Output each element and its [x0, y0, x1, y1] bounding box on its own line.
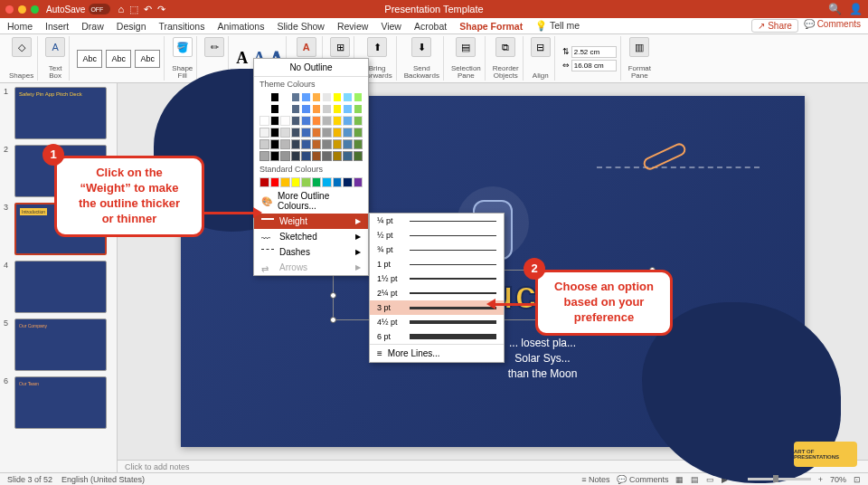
color-swatch[interactable]	[259, 92, 269, 102]
color-swatch[interactable]	[280, 151, 290, 161]
alt-text-icon[interactable]: ⊞	[330, 37, 350, 57]
language-indicator[interactable]: English (United States)	[61, 475, 145, 484]
color-swatch[interactable]	[343, 128, 353, 138]
comments-button[interactable]: 💬 Comments	[804, 19, 861, 33]
weight-option[interactable]: 3 pt	[370, 300, 504, 315]
color-swatch[interactable]	[259, 139, 269, 149]
color-swatch[interactable]	[333, 177, 343, 187]
color-swatch[interactable]	[333, 139, 343, 149]
color-swatch[interactable]	[343, 177, 353, 187]
color-swatch[interactable]	[259, 116, 269, 126]
tab-animations[interactable]: Animations	[217, 21, 264, 32]
color-swatch[interactable]	[312, 139, 322, 149]
tab-review[interactable]: Review	[337, 21, 368, 32]
slide-thumbnails[interactable]: 1Safety Pin App Pitch Deck 2 3Introducti…	[0, 83, 118, 472]
reorder-icon[interactable]: ⧉	[495, 37, 515, 57]
notes-toggle[interactable]: ≡ Notes	[581, 475, 609, 484]
color-swatch[interactable]	[270, 128, 280, 138]
color-swatch[interactable]	[322, 177, 332, 187]
tab-home[interactable]: Home	[7, 21, 33, 32]
text-fill-icon[interactable]: A	[297, 37, 316, 57]
color-swatch[interactable]	[354, 128, 363, 138]
color-swatch[interactable]	[291, 151, 301, 161]
color-swatch[interactable]	[354, 151, 363, 161]
color-swatch[interactable]	[270, 116, 280, 126]
send-backward-icon[interactable]: ⬇	[411, 37, 431, 57]
color-swatch[interactable]	[333, 128, 343, 138]
tab-transitions[interactable]: Transitions	[158, 21, 204, 32]
weight-option[interactable]: 2¼ pt	[370, 286, 504, 300]
style-preset-3[interactable]: Abc	[135, 50, 160, 68]
style-preset-1[interactable]: Abc	[77, 50, 102, 68]
tab-slideshow[interactable]: Slide Show	[277, 21, 325, 32]
fit-icon[interactable]: ⊡	[854, 475, 861, 484]
color-swatch[interactable]	[301, 128, 311, 138]
save-icon[interactable]: ⬚	[129, 4, 138, 15]
color-swatch[interactable]	[343, 116, 353, 126]
weight-option[interactable]: 4½ pt	[370, 315, 504, 329]
color-swatch[interactable]	[301, 104, 311, 114]
no-outline-item[interactable]: No Outline	[254, 59, 368, 77]
thumb-4[interactable]: 4	[4, 261, 113, 313]
color-swatch[interactable]	[354, 116, 363, 126]
arrows-menu-item[interactable]: ⇄Arrows▶	[254, 260, 368, 275]
color-swatch[interactable]	[280, 128, 290, 138]
tab-view[interactable]: View	[381, 21, 401, 32]
color-swatch[interactable]	[322, 92, 332, 102]
close-icon[interactable]	[5, 5, 14, 14]
weight-option[interactable]: 1 pt	[370, 257, 504, 271]
more-lines-item[interactable]: ≡More Lines...	[370, 344, 504, 362]
color-swatch[interactable]	[301, 139, 311, 149]
weight-option[interactable]: ½ pt	[370, 228, 504, 242]
user-icon[interactable]: 👤	[849, 3, 863, 15]
color-swatch[interactable]	[333, 151, 343, 161]
color-swatch[interactable]	[322, 151, 332, 161]
color-swatch[interactable]	[270, 177, 280, 187]
color-swatch[interactable]	[301, 116, 311, 126]
thumb-1[interactable]: 1Safety Pin App Pitch Deck	[4, 87, 113, 139]
color-swatch[interactable]	[280, 92, 290, 102]
tab-draw[interactable]: Draw	[81, 21, 104, 32]
color-swatch[interactable]	[291, 92, 301, 102]
weight-menu-item[interactable]: Weight▶	[254, 214, 368, 229]
weight-option[interactable]: 6 pt	[370, 329, 504, 344]
shape-fill-icon[interactable]: 🪣	[173, 37, 193, 57]
color-swatch[interactable]	[333, 104, 343, 114]
color-swatch[interactable]	[354, 177, 363, 187]
color-swatch[interactable]	[343, 151, 353, 161]
comments-toggle[interactable]: 💬 Comments	[617, 475, 668, 484]
style-preset-2[interactable]: Abc	[106, 50, 131, 68]
color-swatch[interactable]	[270, 104, 280, 114]
sketched-menu-item[interactable]: 〰Sketched▶	[254, 229, 368, 244]
color-swatch[interactable]	[270, 92, 280, 102]
resize-handle[interactable]	[330, 317, 336, 323]
height-input[interactable]	[571, 46, 617, 58]
color-swatch[interactable]	[291, 177, 301, 187]
tab-insert[interactable]: Insert	[45, 21, 69, 32]
color-swatch[interactable]	[280, 116, 290, 126]
color-swatch[interactable]	[354, 139, 363, 149]
color-swatch[interactable]	[280, 139, 290, 149]
share-button[interactable]: ↗ Share	[751, 19, 797, 33]
zoom-slider[interactable]	[748, 478, 811, 480]
dashes-menu-item[interactable]: Dashes▶	[254, 244, 368, 260]
minimize-icon[interactable]	[18, 5, 26, 14]
weight-option[interactable]: 1½ pt	[370, 271, 504, 286]
color-swatch[interactable]	[301, 177, 311, 187]
color-swatch[interactable]	[322, 104, 332, 114]
color-swatch[interactable]	[312, 177, 322, 187]
weight-option[interactable]: ¾ pt	[370, 242, 504, 257]
tab-shape-format[interactable]: Shape Format	[459, 21, 523, 32]
tab-design[interactable]: Design	[117, 21, 146, 32]
color-swatch[interactable]	[270, 151, 280, 161]
wordart-style-1[interactable]: A	[236, 49, 248, 68]
color-swatch[interactable]	[343, 139, 353, 149]
color-swatch[interactable]	[291, 128, 301, 138]
bring-forward-icon[interactable]: ⬆	[367, 37, 387, 57]
zoom-in-icon[interactable]: +	[818, 475, 823, 484]
tab-acrobat[interactable]: Acrobat	[414, 21, 447, 32]
color-swatch[interactable]	[312, 151, 322, 161]
color-swatch[interactable]	[301, 151, 311, 161]
shapes-icon[interactable]: ◇	[12, 37, 32, 57]
color-swatch[interactable]	[333, 92, 343, 102]
